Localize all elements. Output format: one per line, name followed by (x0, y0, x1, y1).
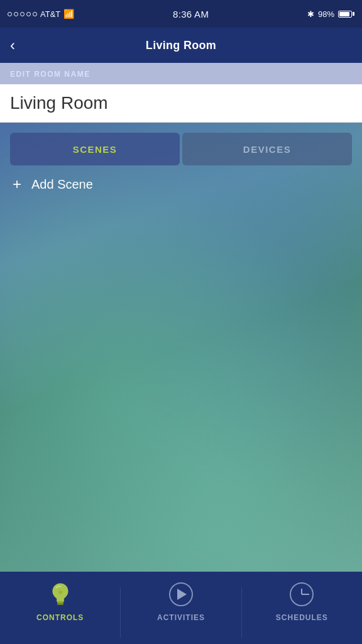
battery-percent: 98% (318, 9, 334, 19)
tab-container: SCENES DEVICES (10, 133, 352, 165)
signal-dot-5 (33, 12, 37, 16)
add-scene-row[interactable]: + Add Scene (0, 165, 362, 203)
schedules-label: SCHEDULES (276, 613, 328, 622)
status-right: ✱ 98% (307, 9, 354, 19)
tab-activities[interactable]: ACTIVITIES (121, 580, 241, 622)
bluetooth-icon: ✱ (307, 9, 314, 19)
svg-rect-4 (57, 603, 63, 605)
controls-icon-container (47, 580, 74, 608)
signal-dot-1 (8, 12, 12, 16)
signal-dot-3 (20, 12, 25, 16)
battery-icon (338, 11, 354, 18)
battery-body (338, 11, 352, 18)
battery-tip (353, 12, 354, 16)
add-scene-label: Add Scene (31, 177, 93, 192)
add-icon: + (13, 177, 21, 192)
activities-icon-container (167, 580, 195, 608)
signal-dot-4 (26, 12, 31, 16)
svg-rect-3 (57, 602, 63, 604)
devices-tab[interactable]: DEVICES (182, 133, 352, 165)
controls-label: CONTROLS (36, 613, 84, 622)
scenes-tab[interactable]: SCENES (10, 133, 180, 165)
tab-controls[interactable]: CONTROLS (0, 580, 120, 622)
back-button[interactable]: ‹ (10, 38, 15, 53)
wifi-icon: 📶 (63, 9, 74, 19)
status-left: AT&T 📶 (8, 9, 74, 19)
room-name-container (0, 84, 362, 123)
bottom-tab-bar: CONTROLS ACTIVITIES SCHEDULES (0, 572, 362, 644)
edit-room-label: EDIT ROOM NAME (10, 70, 90, 79)
schedules-icon-container (288, 580, 315, 608)
page-title: Living Room (146, 39, 216, 52)
activities-label: ACTIVITIES (157, 613, 205, 622)
status-bar: AT&T 📶 8:36 AM ✱ 98% (0, 0, 362, 28)
nav-bar: ‹ Living Room (0, 28, 362, 63)
signal-dot-2 (14, 12, 18, 16)
room-name-input[interactable] (10, 93, 352, 113)
carrier-label: AT&T (40, 9, 60, 19)
clock-icon (290, 582, 314, 606)
edit-room-section: EDIT ROOM NAME (0, 63, 362, 84)
bulb-icon (49, 582, 72, 607)
play-triangle (177, 589, 187, 600)
signal-dots (8, 12, 37, 16)
tab-schedules[interactable]: SCHEDULES (242, 580, 362, 622)
time-label: 8:36 AM (173, 9, 209, 19)
play-icon (169, 582, 193, 606)
main-content: SCENES DEVICES + Add Scene (0, 123, 362, 572)
clock-hand-minute (302, 594, 309, 595)
battery-fill (339, 12, 349, 16)
